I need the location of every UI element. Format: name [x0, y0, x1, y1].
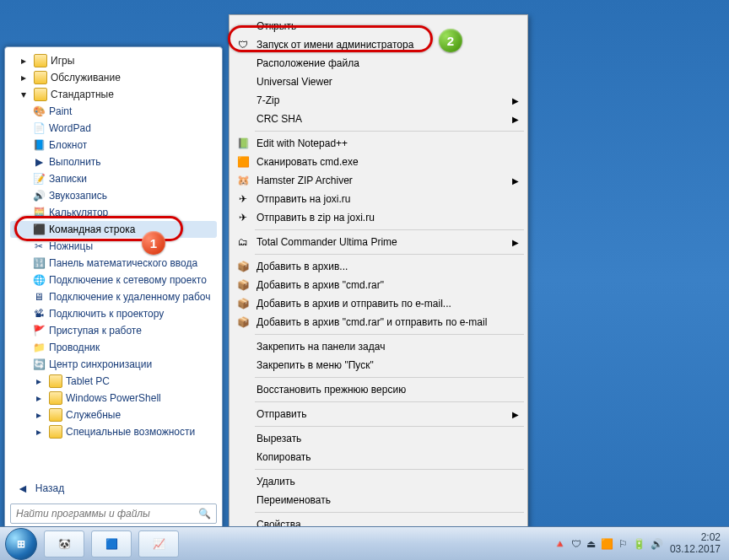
program-item[interactable]: 🔄Центр синхронизации — [10, 356, 217, 373]
taskbar-button[interactable]: 📈 — [138, 530, 179, 557]
submenu-arrow-icon: ▶ — [512, 238, 519, 247]
ctx-icon: 📦 — [236, 260, 250, 273]
program-item[interactable]: 🔊Звукозапись — [10, 187, 217, 204]
collapse-icon: ▸ — [17, 71, 30, 84]
program-item[interactable]: ▶Выполнить — [10, 153, 217, 170]
program-item[interactable]: 🎨Paint — [10, 103, 217, 120]
callout-2 — [228, 25, 433, 52]
ctx-item[interactable]: 🗂Total Commander Ultima Prime▶ — [231, 233, 526, 251]
folder-label: Служебные — [66, 409, 121, 421]
folder-label: Tablet PC — [66, 375, 110, 387]
tray-icon[interactable]: 🔋 — [633, 538, 645, 550]
tray-icon[interactable]: 🛡 — [571, 538, 581, 550]
program-item[interactable]: 📝Записки — [10, 170, 217, 187]
ctx-icon: 🐹 — [236, 174, 250, 187]
ctx-label: 7-Zip — [256, 94, 279, 106]
ctx-icon: ✈ — [236, 192, 250, 206]
taskbar-button[interactable]: 🐼 — [44, 530, 84, 557]
program-item[interactable]: 📄WordPad — [10, 120, 217, 137]
program-icon: 🔢 — [32, 256, 46, 270]
folder-Windows PowerShell[interactable]: ▸Windows PowerShell — [10, 390, 217, 407]
search-input[interactable] — [16, 508, 198, 520]
ctx-item[interactable]: Закрепить на панели задач — [231, 337, 526, 356]
folder-Специальные возможности[interactable]: ▸Специальные возможности — [10, 423, 217, 440]
ctx-label: Закрепить на панели задач — [256, 341, 385, 353]
ctx-item[interactable]: 7-Zip▶ — [231, 91, 526, 110]
ctx-label: Добавить в архив... — [256, 261, 348, 272]
folder-Стандартные[interactable]: ▾Стандартные — [10, 86, 217, 103]
ctx-item[interactable]: Расположение файла — [231, 54, 526, 73]
ctx-label: CRC SHA — [256, 113, 302, 125]
separator — [255, 377, 524, 378]
tray-icon[interactable]: 🟧 — [601, 538, 613, 550]
program-item[interactable]: 📁Проводник — [10, 339, 217, 356]
submenu-arrow-icon: ▶ — [512, 96, 519, 105]
ctx-item[interactable]: 🟧Сканировать cmd.exe — [231, 153, 526, 171]
ctx-label: Universal Viewer — [256, 76, 332, 88]
ctx-item[interactable]: Universal Viewer — [231, 73, 526, 91]
ctx-item[interactable]: Удалить — [231, 472, 526, 491]
program-label: Блокнот — [49, 139, 87, 151]
folder-icon — [49, 374, 62, 388]
ctx-item[interactable]: 📦Добавить в архив "cmd.rar" и отправить … — [231, 313, 526, 331]
back-button[interactable]: ◄ Назад — [10, 475, 217, 503]
program-label: Подключение к удаленному рабоч — [49, 291, 211, 303]
tray-icon[interactable]: 🔊 — [651, 538, 663, 550]
program-label: Выполнить — [49, 156, 101, 168]
ctx-item[interactable]: 📦Добавить в архив и отправить по e-mail.… — [231, 294, 526, 313]
ctx-item[interactable]: 🐹Hamster ZIP Archiver▶ — [231, 171, 526, 190]
ctx-item[interactable]: Закрепить в меню "Пуск" — [231, 356, 526, 374]
submenu-arrow-icon: ▶ — [512, 410, 519, 419]
ctx-item[interactable]: CRC SHA▶ — [231, 110, 526, 128]
program-item[interactable]: 📽Подключить к проектору — [10, 305, 217, 322]
tray-icon[interactable]: ⏏ — [586, 538, 596, 550]
ctx-item[interactable]: Вырезать — [231, 429, 526, 448]
clock[interactable]: 2:02 03.12.2017 — [670, 532, 721, 554]
ctx-item[interactable]: 📦Добавить в архив "cmd.rar" — [231, 276, 526, 294]
program-item[interactable]: 🔢Панель математического ввода — [10, 255, 217, 272]
folder-Обслуживание[interactable]: ▸Обслуживание — [10, 69, 217, 86]
folder-label: Windows PowerShell — [66, 392, 161, 404]
program-icon: ✂ — [32, 240, 46, 253]
ctx-item[interactable]: ✈Отправить на joxi.ru — [231, 190, 526, 208]
ctx-icon: 📦 — [236, 297, 250, 310]
ctx-item[interactable]: Восстановить прежнюю версию — [231, 380, 526, 399]
tray-icon[interactable]: 🔺 — [554, 538, 566, 550]
ctx-item[interactable]: Копировать — [231, 448, 526, 466]
ctx-label: Закрепить в меню "Пуск" — [256, 359, 374, 371]
tray-icon[interactable]: ⚐ — [618, 538, 628, 550]
ctx-label: Добавить в архив "cmd.rar" — [256, 279, 384, 291]
separator — [255, 229, 524, 230]
ctx-item[interactable]: 📦Добавить в архив... — [231, 257, 526, 276]
ctx-icon — [236, 112, 250, 126]
ctx-label: Сканировать cmd.exe — [256, 156, 359, 168]
start-orb[interactable]: ⊞ — [5, 528, 37, 560]
ctx-item[interactable]: Переименовать — [231, 491, 526, 509]
program-label: Приступая к работе — [49, 325, 142, 337]
folder-Служебные[interactable]: ▸Служебные — [10, 407, 217, 423]
ctx-label: Hamster ZIP Archiver — [256, 175, 353, 186]
program-label: Панель математического ввода — [49, 257, 197, 269]
folder-label: Игры — [51, 55, 74, 67]
ctx-icon — [236, 383, 250, 396]
ctx-icon — [236, 340, 250, 353]
expand-icon: ▾ — [17, 88, 30, 101]
folder-Tablet PC[interactable]: ▸Tablet PC — [10, 373, 217, 390]
ctx-label: Расположение файла — [256, 57, 359, 69]
folder-label: Специальные возможности — [66, 426, 195, 438]
folder-Игры[interactable]: ▸Игры — [10, 52, 217, 69]
ctx-item[interactable]: 📗Edit with Notepad++ — [231, 134, 526, 153]
program-item[interactable]: 🌐Подключение к сетевому проекто — [10, 272, 217, 288]
ctx-item[interactable]: Отправить▶ — [231, 405, 526, 423]
ctx-item[interactable]: ✈Отправить в zip на joxi.ru — [231, 208, 526, 227]
program-item[interactable]: 📘Блокнот — [10, 137, 217, 153]
submenu-arrow-icon: ▶ — [512, 176, 519, 186]
ctx-label: Восстановить прежнюю версию — [256, 384, 406, 396]
program-icon: 🔄 — [32, 358, 46, 371]
taskbar-button[interactable]: 🟦 — [91, 530, 132, 557]
program-item[interactable]: 🖥Подключение к удаленному рабоч — [10, 288, 217, 305]
ctx-icon: 📦 — [236, 315, 250, 329]
program-item[interactable]: 🚩Приступая к работе — [10, 322, 217, 339]
search-box[interactable]: 🔍 — [10, 503, 217, 524]
ctx-label: Копировать — [256, 451, 311, 463]
